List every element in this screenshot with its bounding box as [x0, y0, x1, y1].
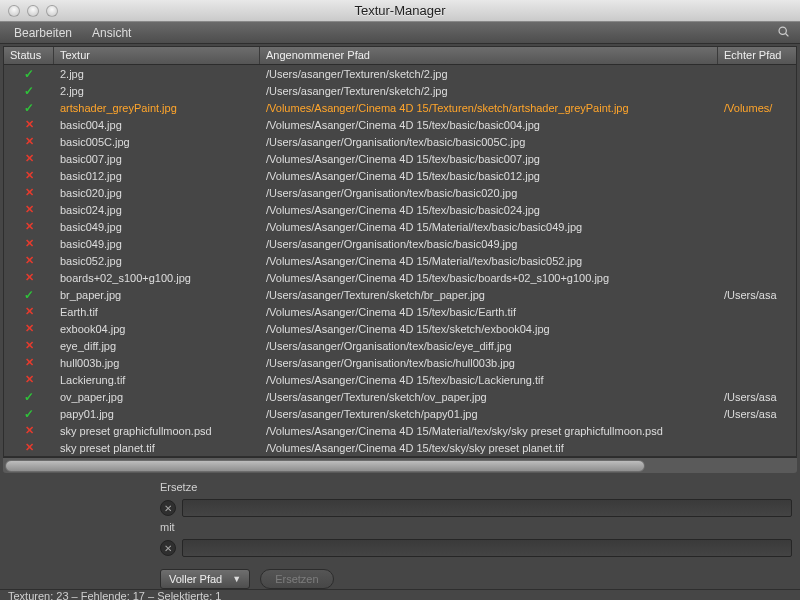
assumed-path: /Users/asanger/Texturen/sketch/papy01.jp…	[260, 408, 718, 420]
status-missing-icon: ✕	[4, 322, 54, 335]
texture-name: ov_paper.jpg	[54, 391, 260, 403]
column-header-real-path[interactable]: Echter Pfad	[718, 47, 796, 64]
status-missing-icon: ✕	[4, 356, 54, 369]
horizontal-scrollbar[interactable]	[3, 457, 797, 473]
real-path: /Users/asa	[718, 408, 796, 420]
texture-name: basic024.jpg	[54, 204, 260, 216]
column-header-texture[interactable]: Textur	[54, 47, 260, 64]
table-row[interactable]: ✕basic049.jpg/Volumes/Asanger/Cinema 4D …	[4, 218, 796, 235]
table-row[interactable]: ✓ov_paper.jpg/Users/asanger/Texturen/ske…	[4, 388, 796, 405]
status-ok-icon: ✓	[4, 101, 54, 115]
texture-name: sky preset graphicfullmoon.psd	[54, 425, 260, 437]
status-missing-icon: ✕	[4, 186, 54, 199]
table-row[interactable]: ✓papy01.jpg/Users/asanger/Texturen/sketc…	[4, 405, 796, 422]
table-row[interactable]: ✕basic005C.jpg/Users/asanger/Organisatio…	[4, 133, 796, 150]
status-missing-icon: ✕	[4, 135, 54, 148]
status-text: Texturen: 23 – Fehlende: 17 – Selektiert…	[8, 590, 221, 600]
status-missing-icon: ✕	[4, 254, 54, 267]
with-label: mit	[160, 521, 792, 533]
table-header: Status Textur Angenommener Pfad Echter P…	[4, 47, 796, 65]
replace-input[interactable]	[182, 499, 792, 517]
close-window-button[interactable]	[8, 5, 20, 17]
texture-name: artshader_greyPaint.jpg	[54, 102, 260, 114]
texture-name: Lackierung.tif	[54, 374, 260, 386]
status-missing-icon: ✕	[4, 118, 54, 131]
assumed-path: /Users/asanger/Organisation/tex/basic/ba…	[260, 136, 718, 148]
assumed-path: /Users/asanger/Texturen/sketch/2.jpg	[260, 68, 718, 80]
window-controls	[0, 5, 58, 17]
texture-name: eye_diff.jpg	[54, 340, 260, 352]
clear-with-icon[interactable]: ✕	[160, 540, 176, 556]
status-ok-icon: ✓	[4, 407, 54, 421]
texture-name: papy01.jpg	[54, 408, 260, 420]
assumed-path: /Volumes/Asanger/Cinema 4D 15/Material/t…	[260, 221, 718, 233]
column-header-status[interactable]: Status	[4, 47, 54, 64]
assumed-path: /Volumes/Asanger/Cinema 4D 15/tex/basic/…	[260, 153, 718, 165]
table-row[interactable]: ✕basic049.jpg/Users/asanger/Organisation…	[4, 235, 796, 252]
status-missing-icon: ✕	[4, 152, 54, 165]
status-missing-icon: ✕	[4, 220, 54, 233]
status-missing-icon: ✕	[4, 424, 54, 437]
table-row[interactable]: ✓2.jpg/Users/asanger/Texturen/sketch/2.j…	[4, 82, 796, 99]
table-row[interactable]: ✕basic024.jpg/Volumes/Asanger/Cinema 4D …	[4, 201, 796, 218]
table-row[interactable]: ✕exbook04.jpg/Volumes/Asanger/Cinema 4D …	[4, 320, 796, 337]
table-row[interactable]: ✕basic052.jpg/Volumes/Asanger/Cinema 4D …	[4, 252, 796, 269]
texture-name: basic020.jpg	[54, 187, 260, 199]
search-icon[interactable]	[771, 23, 796, 43]
window-titlebar: Textur-Manager	[0, 0, 800, 22]
menu-view[interactable]: Ansicht	[82, 24, 141, 42]
chevron-down-icon: ▼	[232, 574, 241, 584]
status-ok-icon: ✓	[4, 67, 54, 81]
replace-label: Ersetze	[160, 481, 792, 493]
status-bar: Texturen: 23 – Fehlende: 17 – Selektiert…	[0, 589, 800, 600]
assumed-path: /Users/asanger/Organisation/tex/basic/ba…	[260, 187, 718, 199]
assumed-path: /Volumes/Asanger/Cinema 4D 15/Material/t…	[260, 255, 718, 267]
assumed-path: /Volumes/Asanger/Cinema 4D 15/tex/basic/…	[260, 272, 718, 284]
table-row[interactable]: ✓2.jpg/Users/asanger/Texturen/sketch/2.j…	[4, 65, 796, 82]
assumed-path: /Users/asanger/Organisation/tex/basic/hu…	[260, 357, 718, 369]
table-row[interactable]: ✕boards+02_s100+g100.jpg/Volumes/Asanger…	[4, 269, 796, 286]
zoom-window-button[interactable]	[46, 5, 58, 17]
assumed-path: /Volumes/Asanger/Cinema 4D 15/tex/basic/…	[260, 374, 718, 386]
texture-name: hull003b.jpg	[54, 357, 260, 369]
window-title: Textur-Manager	[0, 3, 800, 18]
table-row[interactable]: ✕sky preset planet.tif/Volumes/Asanger/C…	[4, 439, 796, 456]
table-row[interactable]: ✕basic012.jpg/Volumes/Asanger/Cinema 4D …	[4, 167, 796, 184]
assumed-path: /Volumes/Asanger/Cinema 4D 15/tex/basic/…	[260, 119, 718, 131]
clear-replace-icon[interactable]: ✕	[160, 500, 176, 516]
table-row[interactable]: ✕basic020.jpg/Users/asanger/Organisation…	[4, 184, 796, 201]
texture-name: br_paper.jpg	[54, 289, 260, 301]
menu-edit[interactable]: Bearbeiten	[4, 24, 82, 42]
with-input[interactable]	[182, 539, 792, 557]
table-row[interactable]: ✕Lackierung.tif/Volumes/Asanger/Cinema 4…	[4, 371, 796, 388]
menubar: Bearbeiten Ansicht	[0, 22, 800, 44]
table-row[interactable]: ✓br_paper.jpg/Users/asanger/Texturen/ske…	[4, 286, 796, 303]
table-row[interactable]: ✕eye_diff.jpg/Users/asanger/Organisation…	[4, 337, 796, 354]
texture-name: basic004.jpg	[54, 119, 260, 131]
assumed-path: /Volumes/Asanger/Cinema 4D 15/tex/basic/…	[260, 170, 718, 182]
table-body[interactable]: ✓2.jpg/Users/asanger/Texturen/sketch/2.j…	[4, 65, 796, 456]
replace-panel: Ersetze ✕ mit ✕ Voller Pfad ▼ Ersetzen	[0, 473, 800, 589]
texture-name: 2.jpg	[54, 85, 260, 97]
table-row[interactable]: ✕hull003b.jpg/Users/asanger/Organisation…	[4, 354, 796, 371]
table-row[interactable]: ✕Earth.tif/Volumes/Asanger/Cinema 4D 15/…	[4, 303, 796, 320]
texture-name: basic052.jpg	[54, 255, 260, 267]
replace-button[interactable]: Ersetzen	[260, 569, 333, 589]
table-row[interactable]: ✕basic004.jpg/Volumes/Asanger/Cinema 4D …	[4, 116, 796, 133]
column-header-assumed-path[interactable]: Angenommener Pfad	[260, 47, 718, 64]
scrollbar-thumb[interactable]	[5, 460, 645, 472]
status-missing-icon: ✕	[4, 305, 54, 318]
minimize-window-button[interactable]	[27, 5, 39, 17]
table-row[interactable]: ✕sky preset graphicfullmoon.psd/Volumes/…	[4, 422, 796, 439]
svg-point-0	[779, 27, 786, 34]
status-missing-icon: ✕	[4, 271, 54, 284]
real-path: /Volumes/	[718, 102, 796, 114]
status-missing-icon: ✕	[4, 237, 54, 250]
assumed-path: /Volumes/Asanger/Cinema 4D 15/tex/basic/…	[260, 204, 718, 216]
table-row[interactable]: ✕basic007.jpg/Volumes/Asanger/Cinema 4D …	[4, 150, 796, 167]
status-missing-icon: ✕	[4, 373, 54, 386]
table-row[interactable]: ✓artshader_greyPaint.jpg/Volumes/Asanger…	[4, 99, 796, 116]
path-mode-dropdown[interactable]: Voller Pfad ▼	[160, 569, 250, 589]
dropdown-value: Voller Pfad	[169, 573, 222, 585]
assumed-path: /Users/asanger/Texturen/sketch/2.jpg	[260, 85, 718, 97]
